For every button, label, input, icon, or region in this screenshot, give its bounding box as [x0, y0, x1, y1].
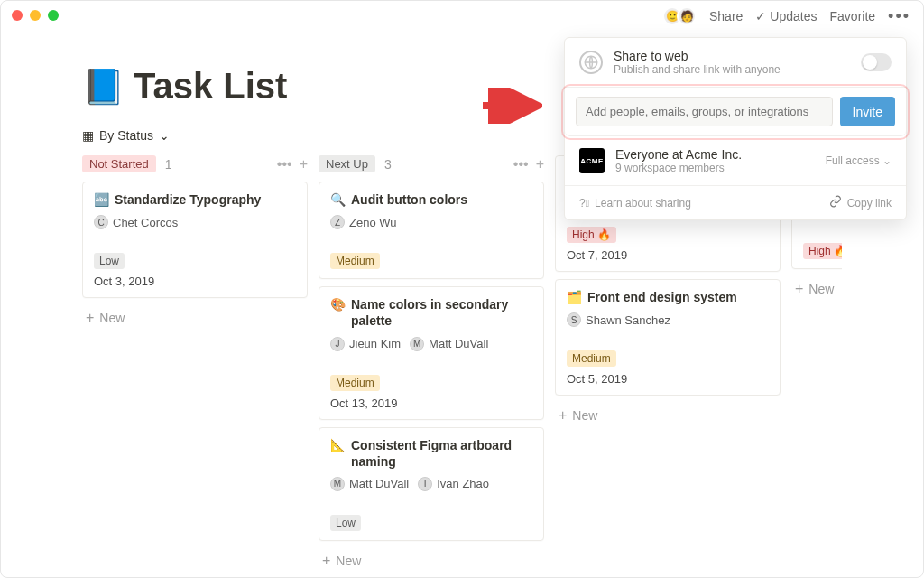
help-icon: ?⃝ — [579, 197, 589, 210]
assignee: CChet Corcos — [94, 215, 178, 229]
topbar: 🙂🧑 Share ✓ Updates Favorite ••• — [668, 6, 910, 26]
priority-tag: Low — [330, 515, 361, 531]
share-button[interactable]: Share — [709, 9, 743, 23]
assignee: ZZeno Wu — [330, 215, 397, 229]
priority-tag: High 🔥 — [567, 227, 616, 243]
updates-button[interactable]: ✓ Updates — [755, 9, 817, 23]
window-zoom[interactable] — [48, 10, 59, 21]
chevron-down-icon: ⌄ — [882, 154, 892, 167]
card[interactable]: 🎨Name colors in secondary paletteJJieun … — [319, 286, 544, 419]
plus-icon: + — [86, 312, 94, 324]
view-label: By Status — [99, 128, 153, 143]
board-icon: ▦ — [82, 128, 94, 143]
card-title: Name colors in secondary palette — [351, 296, 532, 329]
card-title: Consistent Figma artboard naming — [351, 437, 532, 470]
invite-input[interactable] — [576, 97, 833, 126]
share-web-sub: Publish and share link with anyone — [614, 63, 850, 76]
avatar-icon: C — [94, 215, 108, 229]
new-card-button[interactable]: +New — [319, 548, 544, 573]
card-date: Oct 13, 2019 — [330, 396, 532, 410]
priority-tag: Medium — [330, 253, 380, 269]
card-title: Front end design system — [587, 289, 737, 305]
column-add-icon[interactable]: + — [536, 156, 544, 172]
window-minimize[interactable] — [30, 10, 41, 21]
column-add-icon[interactable]: + — [300, 156, 308, 172]
assignee: SShawn Sanchez — [567, 312, 670, 327]
share-panel: Share to web Publish and share link with… — [564, 37, 907, 220]
new-card-button[interactable]: +New — [791, 276, 842, 302]
card[interactable]: 🔍Audit button colorsZZeno WuMedium — [319, 182, 544, 279]
priority-tag: Medium — [567, 350, 616, 367]
learn-sharing-link[interactable]: ?⃝ Learn about sharing — [579, 195, 691, 210]
card-icon: 📐 — [330, 437, 346, 453]
plus-icon: + — [795, 283, 803, 295]
assignee: MMatt DuVall — [410, 337, 488, 351]
invite-button[interactable]: Invite — [840, 97, 895, 126]
favorite-button[interactable]: Favorite — [830, 9, 876, 23]
card-date: Oct 5, 2019 — [567, 372, 769, 386]
plus-icon: + — [559, 409, 567, 422]
card-title: Standardize Typography — [115, 191, 261, 208]
avatar-icon: M — [410, 337, 424, 351]
plus-icon: + — [322, 555, 330, 567]
card-icon: 🎨 — [330, 296, 346, 312]
callout-arrow — [479, 88, 542, 127]
avatar-icon: Z — [330, 215, 345, 229]
column-status-tag[interactable]: Next Up — [319, 155, 375, 172]
window-close[interactable] — [12, 10, 23, 21]
column-count: 1 — [165, 157, 172, 172]
share-web-title: Share to web — [614, 49, 850, 63]
assignee: MMatt DuVall — [330, 477, 409, 491]
everyone-title: Everyone at Acme Inc. — [615, 147, 815, 162]
avatar-icon: J — [330, 337, 345, 351]
card-date: Oct 3, 2019 — [94, 275, 296, 288]
priority-tag: High 🔥 — [803, 243, 842, 259]
check-icon: ✓ — [755, 9, 766, 23]
avatar-icon: S — [567, 312, 581, 327]
link-icon — [829, 195, 842, 210]
presence-avatars[interactable]: 🙂🧑 — [668, 6, 697, 26]
page-title[interactable]: Task List — [134, 66, 287, 107]
card-icon: 🔍 — [330, 191, 346, 208]
chevron-down-icon: ⌄ — [159, 128, 170, 143]
card-icon: 🔤 — [94, 191, 109, 208]
column-count: 3 — [384, 157, 392, 172]
access-selector[interactable]: Full access ⌄ — [826, 154, 892, 167]
card[interactable]: 🔤Standardize TypographyCChet CorcosLowOc… — [82, 182, 308, 298]
assignee: JJieun Kim — [330, 337, 401, 351]
card-title: Audit button colors — [351, 191, 467, 208]
column-more-icon[interactable]: ••• — [277, 156, 292, 172]
view-selector[interactable]: ▦ By Status ⌄ — [82, 128, 170, 143]
priority-tag: Low — [94, 253, 125, 269]
avatar-icon: I — [418, 477, 432, 491]
new-card-button[interactable]: +New — [555, 403, 781, 428]
priority-tag: Medium — [330, 375, 380, 391]
copy-link-button[interactable]: Copy link — [829, 195, 892, 210]
updates-label: Updates — [770, 9, 817, 23]
avatar-icon: M — [330, 477, 345, 491]
column-more-icon[interactable]: ••• — [513, 156, 529, 172]
column-status-tag[interactable]: Not Started — [82, 155, 156, 172]
page-icon[interactable]: 📘 — [82, 67, 125, 107]
share-web-toggle[interactable] — [861, 53, 892, 71]
card[interactable]: 🗂️Front end design systemSShawn SanchezM… — [555, 279, 781, 396]
everyone-sub: 9 workspace members — [615, 162, 815, 174]
card[interactable]: 📐Consistent Figma artboard namingMMatt D… — [319, 427, 544, 541]
more-menu[interactable]: ••• — [888, 7, 910, 26]
new-card-button[interactable]: +New — [82, 305, 308, 331]
assignee: IIvan Zhao — [418, 477, 489, 491]
card-icon: 🗂️ — [567, 289, 582, 305]
workspace-icon: ACME — [579, 148, 605, 173]
globe-icon — [579, 51, 603, 74]
card-date: Oct 7, 2019 — [567, 248, 769, 262]
